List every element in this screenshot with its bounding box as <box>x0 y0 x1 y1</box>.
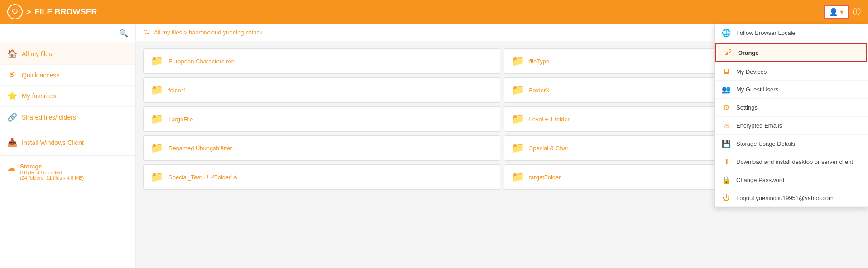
dropdown-item-orange[interactable]: 🖌 Orange <box>715 43 867 62</box>
search-icon[interactable]: 🔍 <box>119 29 128 38</box>
sidebar-item-label: Quick access <box>22 72 59 79</box>
sidebar-divider <box>0 130 135 130</box>
header-right: 👤 ▾ ⓘ <box>824 5 861 19</box>
file-name: folder1 <box>168 87 187 94</box>
sidebar-item-quick-access[interactable]: 👁 Quick access <box>0 65 135 86</box>
sidebar-storage: ☁ Storage 0 Byte of Unlimited(24 folders… <box>0 158 135 186</box>
dropdown-item-storage-usage[interactable]: 💾 Storage Usage Details <box>715 135 868 153</box>
folder-icon: 📁 <box>512 113 524 125</box>
eye-icon: 👁 <box>7 70 17 80</box>
home-icon: 🏠 <box>7 49 17 59</box>
dropdown-item-logout[interactable]: ⏻ Logout yueningliu19951@yahoo.com <box>715 189 868 207</box>
file-name: Renamed Übungsblätter <box>168 145 232 152</box>
dropdown-item-label: My Devices <box>736 68 767 75</box>
dropdown-item-encrypted-emails[interactable]: ✉ Encrypted Emails <box>715 117 868 135</box>
file-card[interactable]: 📁 LargeFile <box>143 106 500 132</box>
file-name: FolderX <box>529 87 550 94</box>
dropdown-item-label: Orange <box>738 49 759 56</box>
dropdown-item-my-guest-users[interactable]: 👥 My Guest Users <box>715 81 868 99</box>
dropdown-item-label: Storage Usage Details <box>736 140 795 147</box>
file-name: Special_Test...!'~'Folder' A <box>168 174 237 181</box>
file-name: European Characters ren <box>168 58 235 65</box>
file-card[interactable]: 📁 Special_Test...!'~'Folder' A <box>143 164 500 190</box>
download-client-icon: ⬇ <box>722 158 731 166</box>
guest-users-icon: 👥 <box>722 85 731 94</box>
lock-icon: 🔒 <box>722 176 731 184</box>
folder-icon: 📁 <box>151 55 163 67</box>
storage-details: 0 Byte of Unlimited(24 folders, 11 files… <box>20 170 84 181</box>
folder-icon: 📁 <box>512 84 524 96</box>
globe-icon: 🌐 <box>722 29 731 37</box>
dropdown-item-label: Settings <box>736 104 758 111</box>
file-name: Level + 1 folder <box>529 116 570 123</box>
sidebar-item-all-my-files[interactable]: 🏠 All my files <box>0 43 135 65</box>
info-button[interactable]: ⓘ <box>853 6 861 17</box>
file-name: targetFolder <box>529 174 561 181</box>
dropdown-item-my-devices[interactable]: 🖥 My Devices <box>715 63 868 81</box>
sidebar-item-label: Install Windows Client <box>22 139 84 146</box>
logout-icon: ⏻ <box>722 194 731 202</box>
dropdown-item-label: Encrypted Emails <box>736 122 782 129</box>
dropdown-item-label: Logout yueningliu19951@yahoo.com <box>736 195 834 201</box>
monitor-icon: 🖥 <box>722 67 731 76</box>
user-icon: 👤 <box>829 8 838 16</box>
storage-label: Storage <box>20 163 84 170</box>
sidebar-divider-2 <box>0 155 135 156</box>
settings-icon: ⚙ <box>722 103 731 112</box>
breadcrumb-icon: 🗂 <box>143 28 150 36</box>
file-card[interactable]: 📁 folder1 <box>143 77 500 103</box>
dropdown-item-label: My Guest Users <box>736 86 778 93</box>
user-menu-button[interactable]: 👤 ▾ <box>824 5 849 19</box>
sidebar-item-install-windows[interactable]: 📥 Install Windows Client <box>0 132 135 153</box>
storage-icon: 💾 <box>722 139 731 148</box>
logo-icon: 🛡 <box>7 4 23 19</box>
header-arrow: > <box>26 7 31 17</box>
dropdown-item-label: Change Password <box>736 177 784 183</box>
sidebar-item-my-favorites[interactable]: ⭐ My favorites <box>0 86 135 107</box>
folder-icon: 📁 <box>151 84 163 96</box>
file-card[interactable]: 📁 Renamed Übungsblätter <box>143 135 500 161</box>
share-icon: 🔗 <box>7 112 17 122</box>
dropdown-item-label: Follow Browser Locale <box>736 29 796 36</box>
cloud-icon: ☁ <box>7 163 15 173</box>
user-dropdown-menu: 🌐 Follow Browser Locale 🖌 Orange 🖥 My De… <box>714 24 868 207</box>
folder-icon: 📁 <box>151 113 163 125</box>
sidebar-item-label: Shared files/folders <box>22 114 76 121</box>
file-card[interactable]: 📁 European Characters ren <box>143 48 500 74</box>
download-icon: 📥 <box>7 138 17 148</box>
email-icon: ✉ <box>722 121 731 130</box>
folder-icon: 📁 <box>512 171 524 183</box>
dropdown-item-follow-browser-locale[interactable]: 🌐 Follow Browser Locale <box>715 24 868 42</box>
sidebar-item-shared-files[interactable]: 🔗 Shared files/folders <box>0 107 135 128</box>
folder-icon: 📁 <box>151 142 163 154</box>
sidebar-search-area: 🔍 <box>0 24 135 43</box>
header-title: FILE BROWSER <box>35 7 97 17</box>
dropdown-item-label: Download and install desktop or server c… <box>736 158 853 165</box>
folder-icon: 📁 <box>151 171 163 183</box>
dropdown-item-change-password[interactable]: 🔒 Change Password <box>715 171 868 189</box>
sidebar-item-label: My favorites <box>22 92 56 100</box>
file-name: LargeFile <box>168 116 193 123</box>
star-icon: ⭐ <box>7 91 17 101</box>
dropdown-item-settings[interactable]: ⚙ Settings <box>715 99 868 117</box>
file-name: Special & Char <box>529 145 569 152</box>
user-dropdown-arrow: ▾ <box>840 8 844 16</box>
breadcrumb-path: All my files > hadroncloud-yuening-cstac… <box>154 29 263 36</box>
sidebar: 🔍 🏠 All my files 👁 Quick access ⭐ My fav… <box>0 24 136 268</box>
sidebar-item-label: All my files <box>22 50 52 57</box>
file-name: fileType <box>529 58 550 65</box>
folder-icon: 📁 <box>512 142 524 154</box>
app-logo: 🛡 > FILE BROWSER <box>7 4 97 19</box>
theme-icon: 🖌 <box>724 48 733 57</box>
dropdown-item-download-client[interactable]: ⬇ Download and install desktop or server… <box>715 153 868 171</box>
folder-icon: 📁 <box>512 55 524 67</box>
header: 🛡 > FILE BROWSER 👤 ▾ ⓘ <box>0 0 868 24</box>
